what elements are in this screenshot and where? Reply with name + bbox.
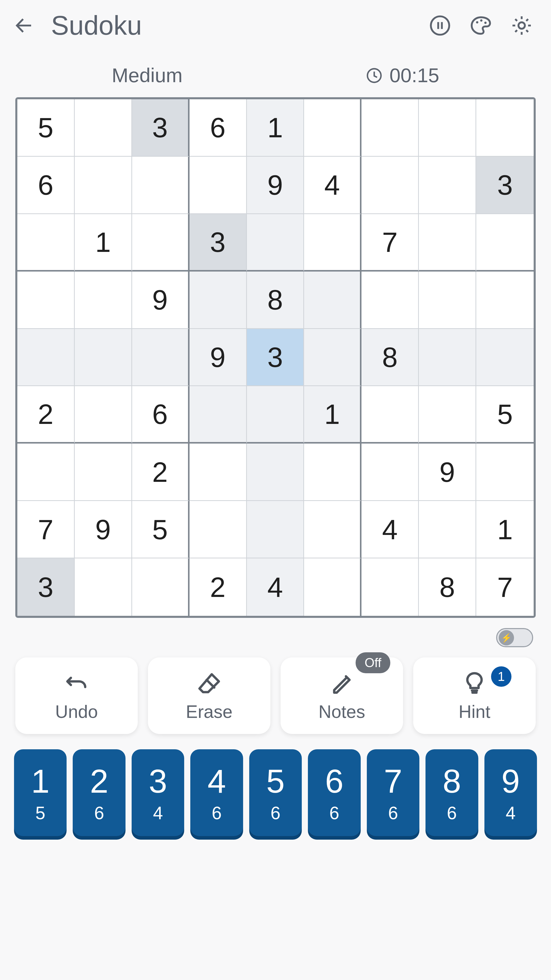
board-cell[interactable] (362, 157, 419, 214)
board-cell[interactable]: 3 (189, 214, 247, 272)
board-cell[interactable]: 5 (476, 386, 534, 444)
board-cell[interactable] (17, 329, 75, 387)
timer: 00:15 (365, 64, 439, 87)
board-cell[interactable] (476, 272, 534, 329)
board-cell[interactable]: 9 (247, 157, 304, 214)
board-cell[interactable] (362, 386, 419, 444)
key-9[interactable]: 94 (484, 749, 537, 836)
board-cell[interactable]: 9 (419, 444, 476, 501)
board-cell[interactable]: 9 (75, 501, 132, 558)
board-cell[interactable] (419, 99, 476, 157)
board-cell[interactable] (17, 272, 75, 329)
board-cell[interactable]: 8 (419, 558, 476, 616)
board-cell[interactable]: 6 (189, 99, 247, 157)
board-cell[interactable]: 1 (75, 214, 132, 272)
board-cell[interactable] (132, 329, 189, 387)
board-cell[interactable] (75, 329, 132, 387)
key-3[interactable]: 34 (132, 749, 184, 836)
board-cell[interactable]: 2 (189, 558, 247, 616)
key-4[interactable]: 46 (190, 749, 243, 836)
board-cell[interactable] (247, 501, 304, 558)
board-cell[interactable] (189, 501, 247, 558)
board-cell[interactable] (189, 444, 247, 501)
board-cell[interactable]: 4 (247, 558, 304, 616)
key-8[interactable]: 86 (426, 749, 478, 836)
board-cell[interactable] (132, 558, 189, 616)
board-cell[interactable]: 2 (17, 386, 75, 444)
board-cell[interactable] (362, 272, 419, 329)
hint-button[interactable]: 1 Hint (413, 657, 536, 734)
board-cell[interactable] (304, 329, 362, 387)
board-cell[interactable] (362, 99, 419, 157)
key-7[interactable]: 76 (367, 749, 419, 836)
board-cell[interactable] (17, 444, 75, 501)
board-cell[interactable] (75, 558, 132, 616)
board-cell[interactable]: 8 (362, 329, 419, 387)
board-cell[interactable] (132, 157, 189, 214)
board-cell[interactable] (362, 444, 419, 501)
board-cell[interactable]: 3 (476, 157, 534, 214)
board-cell[interactable] (304, 214, 362, 272)
board-cell[interactable] (419, 386, 476, 444)
board-cell[interactable]: 2 (132, 444, 189, 501)
key-2[interactable]: 26 (73, 749, 125, 836)
key-1[interactable]: 15 (14, 749, 67, 836)
board-cell[interactable]: 1 (476, 501, 534, 558)
board-cell[interactable] (362, 558, 419, 616)
board-cell[interactable] (304, 501, 362, 558)
board-cell[interactable] (189, 157, 247, 214)
board-cell[interactable]: 8 (247, 272, 304, 329)
board-cell[interactable] (419, 329, 476, 387)
board-cell[interactable]: 4 (362, 501, 419, 558)
key-5[interactable]: 56 (249, 749, 302, 836)
board-cell[interactable]: 5 (17, 99, 75, 157)
board-cell[interactable] (247, 444, 304, 501)
board-cell[interactable]: 1 (304, 386, 362, 444)
board-cell[interactable]: 6 (132, 386, 189, 444)
board-cell[interactable]: 7 (17, 501, 75, 558)
board-cell[interactable] (247, 386, 304, 444)
board-cell[interactable] (304, 272, 362, 329)
board-cell[interactable] (75, 386, 132, 444)
board-cell[interactable] (189, 272, 247, 329)
board-cell[interactable] (75, 99, 132, 157)
board-cell[interactable]: 7 (476, 558, 534, 616)
board-cell[interactable] (419, 157, 476, 214)
notes-button[interactable]: Off Notes (281, 657, 403, 734)
board-cell[interactable]: 3 (132, 99, 189, 157)
board-cell[interactable] (419, 501, 476, 558)
board-cell[interactable] (189, 386, 247, 444)
board-cell[interactable]: 6 (17, 157, 75, 214)
board-cell[interactable] (476, 444, 534, 501)
board-cell[interactable]: 3 (17, 558, 75, 616)
fast-mode-toggle[interactable]: ⚡ (496, 628, 533, 647)
board-cell[interactable] (75, 272, 132, 329)
board-cell[interactable]: 9 (189, 329, 247, 387)
board-cell[interactable] (304, 99, 362, 157)
erase-button[interactable]: Erase (148, 657, 270, 734)
board-cell[interactable]: 4 (304, 157, 362, 214)
board-cell[interactable]: 7 (362, 214, 419, 272)
settings-button[interactable] (508, 11, 536, 40)
board-cell[interactable]: 3 (247, 329, 304, 387)
board-cell[interactable] (419, 214, 476, 272)
board-cell[interactable]: 9 (132, 272, 189, 329)
board-cell[interactable] (247, 214, 304, 272)
board-cell[interactable] (75, 157, 132, 214)
key-6[interactable]: 66 (308, 749, 360, 836)
board-cell[interactable] (304, 558, 362, 616)
board-cell[interactable] (132, 214, 189, 272)
undo-button[interactable]: Undo (15, 657, 138, 734)
board-cell[interactable] (476, 329, 534, 387)
board-cell[interactable] (476, 214, 534, 272)
board-cell[interactable] (419, 272, 476, 329)
board-cell[interactable] (17, 214, 75, 272)
theme-button[interactable] (467, 11, 495, 40)
back-button[interactable] (10, 11, 38, 40)
board-cell[interactable]: 1 (247, 99, 304, 157)
board-cell[interactable]: 5 (132, 501, 189, 558)
board-cell[interactable] (75, 444, 132, 501)
board-cell[interactable] (304, 444, 362, 501)
board-cell[interactable] (476, 99, 534, 157)
pause-button[interactable] (426, 11, 454, 40)
